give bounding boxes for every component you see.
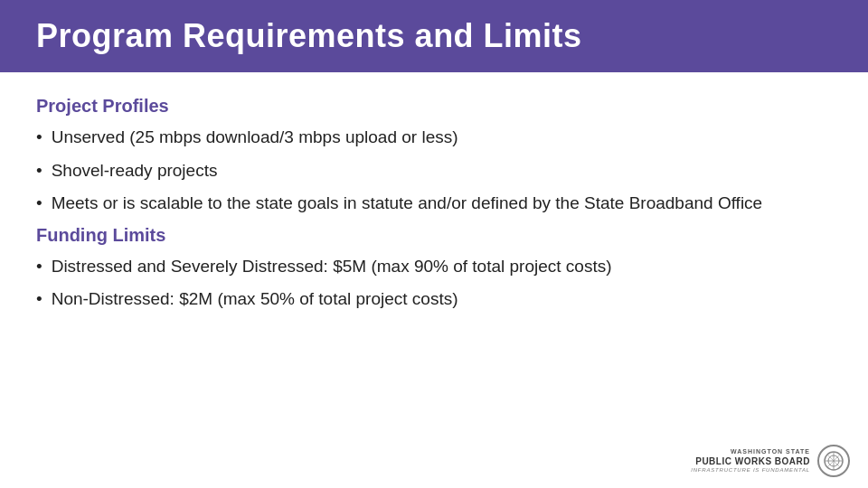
logo-line3: Infrastructure is Fundamental <box>691 467 810 474</box>
list-item: • Distressed and Severely Distressed: $5… <box>36 255 832 279</box>
logo-line2: Public Works Board <box>691 456 810 467</box>
bullet-text: Distressed and Severely Distressed: $5M … <box>52 255 832 279</box>
slide-title: Program Requirements and Limits <box>36 17 582 55</box>
bullet-text: Unserved (25 mbps download/3 mbps upload… <box>52 126 832 150</box>
bullet-icon: • <box>36 192 42 216</box>
project-profiles-list: • Unserved (25 mbps download/3 mbps uplo… <box>36 126 832 216</box>
bullet-icon: • <box>36 126 42 150</box>
funding-limits-section: Funding Limits • Distressed and Severely… <box>36 225 832 312</box>
list-item: • Meets or is scalable to the state goal… <box>36 192 832 216</box>
slide: Program Requirements and Limits Project … <box>0 0 868 488</box>
logo-text: Washington State Public Works Board Infr… <box>691 448 810 474</box>
logo-line1: Washington State <box>691 448 810 455</box>
bullet-text: Non-Distressed: $2M (max 50% of total pr… <box>52 287 832 312</box>
funding-limits-heading: Funding Limits <box>36 225 832 246</box>
list-item: • Shovel-ready projects <box>36 159 832 183</box>
logo-area: Washington State Public Works Board Infr… <box>691 445 850 477</box>
logo-icon <box>817 445 850 477</box>
bullet-text: Shovel-ready projects <box>52 159 832 183</box>
project-profiles-heading: Project Profiles <box>36 96 832 117</box>
bullet-icon: • <box>36 159 42 183</box>
funding-limits-list: • Distressed and Severely Distressed: $5… <box>36 255 832 312</box>
slide-header: Program Requirements and Limits <box>0 0 868 72</box>
bullet-icon: • <box>36 287 42 312</box>
state-seal-icon <box>823 450 844 472</box>
slide-content: Project Profiles • Unserved (25 mbps dow… <box>0 72 868 339</box>
bullet-text: Meets or is scalable to the state goals … <box>52 192 832 216</box>
bullet-icon: • <box>36 255 42 279</box>
list-item: • Unserved (25 mbps download/3 mbps uplo… <box>36 126 832 150</box>
project-profiles-section: Project Profiles • Unserved (25 mbps dow… <box>36 96 832 216</box>
list-item: • Non-Distressed: $2M (max 50% of total … <box>36 287 832 312</box>
